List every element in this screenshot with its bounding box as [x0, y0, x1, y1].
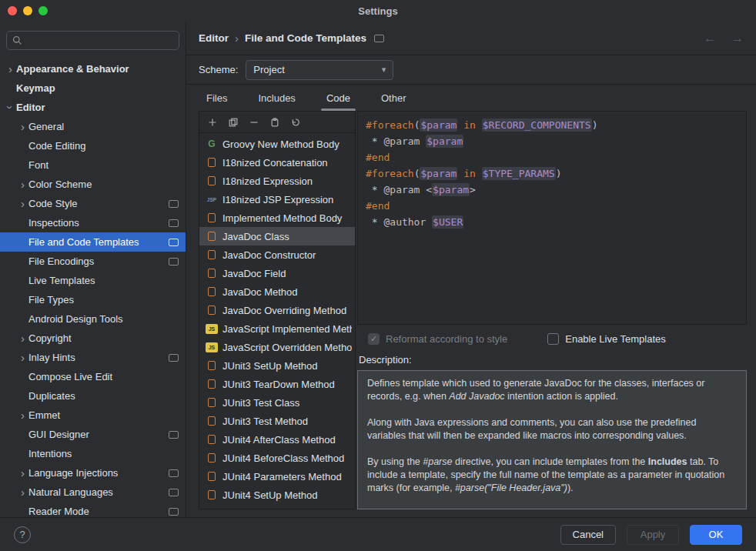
zoom-window-button[interactable]: [38, 6, 48, 15]
sidebar-item-keymap[interactable]: Keymap: [0, 78, 186, 98]
jsp-file-icon: JSP: [206, 195, 218, 205]
breadcrumb-separator-icon: ›: [235, 32, 239, 45]
sidebar-item-file-and-code-templates[interactable]: File and Code Templates: [0, 232, 186, 252]
sidebar-item-android-design-tools[interactable]: Android Design Tools: [0, 309, 186, 329]
template-item[interactable]: GGroovy New Method Body: [199, 135, 355, 153]
help-button[interactable]: ?: [14, 526, 31, 543]
sidebar-item-file-types[interactable]: File Types: [0, 290, 186, 309]
settings-search[interactable]: [6, 31, 179, 50]
template-label: JavaDoc Overriding Method: [222, 305, 352, 316]
template-file-icon: [208, 453, 216, 463]
template-file-icon: [208, 158, 216, 167]
live-templates-checkbox[interactable]: Enable Live Templates: [547, 333, 666, 345]
chevron-down-icon[interactable]: ›: [5, 102, 16, 113]
sidebar-item-code-style[interactable]: ›Code Style: [0, 194, 186, 213]
breadcrumb-editor[interactable]: Editor: [199, 32, 229, 44]
sidebar-item-compose-live-edit[interactable]: Compose Live Edit: [0, 367, 186, 386]
code-token: $param: [432, 183, 470, 196]
sidebar-item-file-encodings[interactable]: File Encodings: [0, 252, 186, 271]
template-item[interactable]: JavaDoc Constructor: [199, 245, 355, 264]
paste-icon[interactable]: [269, 117, 280, 128]
chevron-right-icon[interactable]: ›: [5, 63, 16, 75]
chevron-right-icon[interactable]: ›: [17, 198, 28, 209]
sidebar-item-natural-languages[interactable]: ›Natural Languages: [0, 483, 186, 502]
sidebar-item-font[interactable]: Font: [0, 155, 186, 175]
sidebar-item-duplicates[interactable]: Duplicates: [0, 386, 186, 406]
close-window-button[interactable]: [8, 6, 17, 15]
tab-code[interactable]: Code: [325, 88, 352, 111]
sidebar-item-code-editing[interactable]: Code Editing: [0, 136, 186, 155]
sidebar-item-label: File and Code Templates: [28, 236, 164, 248]
content: GGroovy New Method BodyI18nized Concaten…: [186, 111, 756, 517]
template-item[interactable]: JSJavaScript Overridden Method Body: [199, 338, 355, 356]
forward-icon[interactable]: →: [731, 32, 744, 45]
code-token: $USER: [432, 215, 463, 229]
template-item[interactable]: Implemented Method Body: [199, 209, 355, 227]
chevron-right-icon[interactable]: ›: [17, 467, 28, 479]
ok-button[interactable]: OK: [690, 525, 742, 545]
code-token: [476, 119, 482, 131]
sidebar-item-intentions[interactable]: Intentions: [0, 444, 186, 463]
sidebar-item-label: Reader Mode: [28, 506, 164, 517]
template-item[interactable]: I18nized Concatenation: [199, 153, 355, 172]
traffic-lights: [8, 6, 48, 15]
template-item[interactable]: JavaDoc Overriding Method: [199, 301, 355, 319]
chevron-right-icon[interactable]: ›: [17, 179, 28, 190]
copy-icon[interactable]: [228, 117, 239, 128]
code-token: >: [470, 184, 476, 195]
sidebar-item-inspections[interactable]: Inspections: [0, 213, 186, 232]
template-item[interactable]: JUnit3 Test Class: [199, 393, 355, 412]
template-item[interactable]: JUnit4 AfterClass Method: [199, 430, 355, 449]
template-item[interactable]: I18nized Expression: [199, 172, 355, 190]
sidebar-item-appearance-behavior[interactable]: ›Appearance & Behavior: [0, 59, 186, 78]
add-icon[interactable]: [207, 117, 218, 128]
tab-other[interactable]: Other: [380, 88, 408, 111]
template-editor[interactable]: #foreach($param in $RECORD_COMPONENTS) *…: [357, 111, 747, 325]
sidebar-item-label: Compose Live Edit: [28, 371, 179, 382]
sidebar-item-copyright[interactable]: ›Copyright: [0, 329, 186, 348]
scheme-select[interactable]: Project ▾: [246, 60, 393, 80]
chevron-right-icon[interactable]: ›: [17, 121, 28, 132]
minimize-window-button[interactable]: [23, 6, 32, 15]
search-input[interactable]: [26, 35, 173, 46]
chevron-right-icon[interactable]: ›: [17, 486, 28, 498]
chevron-right-icon[interactable]: ›: [17, 409, 28, 421]
template-item[interactable]: JUnit4 BeforeClass Method: [199, 449, 355, 467]
template-item[interactable]: JUnit3 TearDown Method: [199, 375, 355, 393]
sidebar-item-live-templates[interactable]: Live Templates: [0, 271, 186, 290]
sidebar-item-editor[interactable]: ›Editor: [0, 98, 186, 117]
template-item[interactable]: JUnit4 Parameters Method: [199, 467, 355, 486]
sidebar-item-inlay-hints[interactable]: ›Inlay Hints: [0, 348, 186, 367]
cancel-button[interactable]: Cancel: [560, 525, 616, 545]
reformat-label: Reformat according to style: [386, 333, 507, 345]
template-item[interactable]: JUnit3 SetUp Method: [199, 356, 355, 375]
sidebar-item-reader-mode[interactable]: Reader Mode: [0, 502, 186, 517]
code-token: ): [556, 168, 562, 179]
sidebar-item-gui-designer[interactable]: GUI Designer: [0, 425, 186, 444]
tab-includes[interactable]: Includes: [256, 88, 296, 111]
template-item[interactable]: JavaDoc Class: [199, 227, 355, 245]
back-icon[interactable]: ←: [704, 32, 716, 45]
remove-icon[interactable]: [249, 117, 259, 128]
ide-setting-icon: [169, 469, 179, 477]
template-item[interactable]: JSJavaScript Implemented Method Body: [199, 319, 355, 338]
template-item[interactable]: JavaDoc Field: [199, 264, 355, 282]
list-toolbar: [199, 112, 355, 133]
breadcrumb: Editor › File and Code Templates ← →: [186, 22, 756, 55]
chevron-right-icon[interactable]: ›: [17, 332, 28, 344]
sidebar-item-label: Live Templates: [28, 275, 179, 286]
sidebar-item-emmet[interactable]: ›Emmet: [0, 406, 186, 425]
template-item[interactable]: JUnit4 SetUp Method: [199, 486, 355, 504]
sidebar-item-color-scheme[interactable]: ›Color Scheme: [0, 175, 186, 194]
sidebar-item-language-injections[interactable]: ›Language Injections: [0, 463, 186, 483]
reformat-checkbox[interactable]: Reformat according to style: [368, 333, 507, 345]
reset-icon[interactable]: [290, 117, 301, 128]
template-item[interactable]: JSPI18nized JSP Expression: [199, 190, 355, 209]
template-item[interactable]: JavaDoc Method: [199, 282, 355, 301]
chevron-right-icon[interactable]: ›: [17, 352, 28, 363]
tabs: FilesIncludesCodeOther: [186, 85, 756, 111]
code-token: [476, 168, 482, 179]
sidebar-item-general[interactable]: ›General: [0, 117, 186, 136]
tab-files[interactable]: Files: [205, 88, 229, 111]
template-item[interactable]: JUnit3 Test Method: [199, 412, 355, 430]
